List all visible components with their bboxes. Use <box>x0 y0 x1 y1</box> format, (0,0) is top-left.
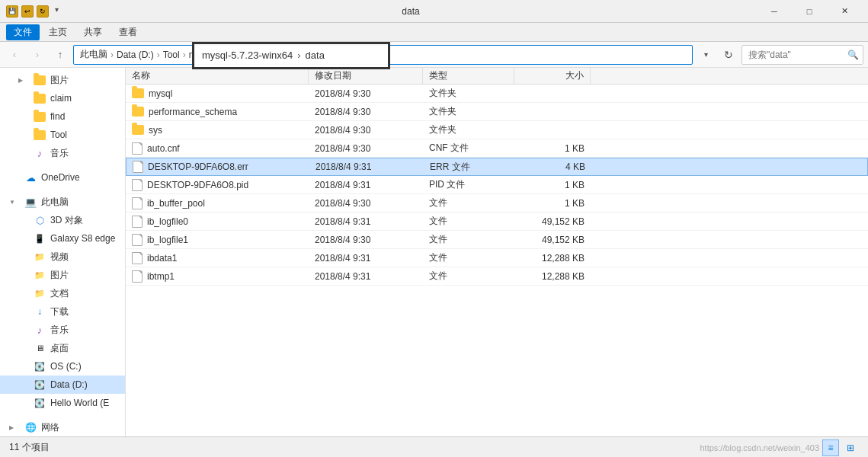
folder-icon <box>132 88 144 98</box>
table-row[interactable]: ibdata1 2018/8/4 9:31 文件 12,288 KB <box>126 249 868 267</box>
file-size-cell: 4 KB <box>515 158 591 176</box>
table-row[interactable]: ib_logfile0 2018/8/4 9:31 文件 49,152 KB <box>126 213 868 231</box>
sidebar-item-downloads[interactable]: ▶ ↓ 下载 <box>0 302 125 321</box>
refresh-button[interactable]: ↻ <box>719 45 738 65</box>
sidebar-item-music-pc[interactable]: ▶ ♪ 音乐 <box>0 321 125 339</box>
title-redo-icon: ↻ <box>37 5 49 18</box>
watermark-text: https://blog.csdn.net/weixin_403 <box>700 443 819 452</box>
file-name-cell: performance_schema <box>126 103 309 121</box>
table-row[interactable]: ib_logfile1 2018/8/4 9:30 文件 49,152 KB <box>126 231 868 249</box>
expander-icon: ▼ <box>9 199 18 206</box>
file-type-cell: 文件 <box>423 231 514 249</box>
details-view-button[interactable]: ≡ <box>822 439 839 456</box>
sidebar-item-this-pc[interactable]: ▼ 💻 此电脑 <box>0 193 125 211</box>
title-save-icon: 💾 <box>6 5 18 18</box>
sidebar-item-pictures-pc[interactable]: ▶ 📁 图片 <box>0 266 125 284</box>
file-date-cell: 2018/8/4 9:30 <box>309 194 423 213</box>
menu-file[interactable]: 文件 <box>6 24 40 40</box>
file-icon <box>132 234 143 246</box>
file-type-cell: 文件夹 <box>423 103 514 121</box>
breadcrumb-mysql[interactable]: mysql-5.7.23-winx64 <box>189 50 273 60</box>
file-date-cell: 2018/8/4 9:30 <box>309 139 423 158</box>
minimize-button[interactable]: ─ <box>757 0 792 23</box>
menu-share[interactable]: 共享 <box>76 24 110 40</box>
table-row[interactable]: sys 2018/8/4 9:30 文件夹 <box>126 121 868 139</box>
nav-forward-button[interactable]: › <box>27 45 47 65</box>
sidebar-item-music-quick[interactable]: ▶ ♪ 音乐 <box>0 144 125 162</box>
file-size-cell <box>514 85 591 103</box>
sidebar-item-pictures-quick[interactable]: ▶ 图片 <box>0 71 125 89</box>
maximize-button[interactable]: □ <box>792 0 827 23</box>
menu-home[interactable]: 主页 <box>41 24 75 40</box>
file-icon <box>132 142 143 155</box>
col-header-size[interactable]: 大小 <box>514 68 591 85</box>
dropdown-arrow-button[interactable]: ▾ <box>696 45 716 65</box>
file-icon <box>132 216 143 228</box>
file-date-cell: 2018/8/4 9:30 <box>309 121 423 139</box>
breadcrumb-data[interactable]: data <box>282 50 299 60</box>
nav-up-button[interactable]: ↑ <box>50 45 70 65</box>
sidebar-item-onedrive[interactable]: ▶ ☁ OneDrive <box>0 168 125 187</box>
sidebar-pc-section: ▼ 💻 此电脑 ▶ ⬡ 3D 对象 ▶ 📱 Galaxy S8 edge ▶ 📁… <box>0 190 125 415</box>
sidebar-item-os-c[interactable]: ▶ 💽 OS (C:) <box>0 357 125 376</box>
sidebar-item-data-d[interactable]: ▶ 💽 Data (D:) <box>0 376 125 394</box>
file-list-header: 名称 修改日期 类型 大小 <box>126 68 868 85</box>
drive-d-icon: 💽 <box>34 379 46 391</box>
table-row[interactable]: ibtmp1 2018/8/4 9:31 文件 12,288 KB <box>126 267 868 286</box>
sidebar-item-claim[interactable]: ▶ claim <box>0 89 125 107</box>
expander-icon: ▶ <box>18 77 27 84</box>
breadcrumb-tool[interactable]: Tool <box>163 50 180 60</box>
col-header-type[interactable]: 类型 <box>423 68 514 85</box>
folder-icon <box>34 74 46 86</box>
table-row[interactable]: mysql 2018/8/4 9:30 文件夹 <box>126 85 868 103</box>
file-size-cell: 1 KB <box>514 139 591 158</box>
col-header-date[interactable]: 修改日期 <box>309 68 423 85</box>
table-row[interactable]: auto.cnf 2018/8/4 9:30 CNF 文件 1 KB <box>126 139 868 158</box>
video-folder-icon: 📁 <box>34 251 46 263</box>
col-header-name[interactable]: 名称 <box>126 68 309 85</box>
documents-folder-icon: 📁 <box>34 287 46 299</box>
drive-e-icon: 💽 <box>34 397 46 409</box>
sidebar-item-network[interactable]: ▶ 🌐 网络 <box>0 418 125 436</box>
sidebar-item-desktop[interactable]: ▶ 🖥 桌面 <box>0 339 125 357</box>
sidebar-item-tool[interactable]: ▶ Tool <box>0 126 125 144</box>
music-icon: ♪ <box>34 147 46 159</box>
breadcrumb-computer[interactable]: 此电脑 <box>80 48 107 61</box>
sidebar-item-hello-world[interactable]: ▶ 💽 Hello World (E <box>0 394 125 412</box>
file-name-cell: ibtmp1 <box>126 267 309 286</box>
sidebar-item-find[interactable]: ▶ find <box>0 107 125 126</box>
sidebar-item-3d-objects[interactable]: ▶ ⬡ 3D 对象 <box>0 211 125 229</box>
window-title: data <box>65 6 757 17</box>
address-bar[interactable]: 此电脑 › Data (D:) › Tool › mysql-5.7.23-wi… <box>73 45 693 65</box>
file-date-cell: 2018/8/4 9:30 <box>309 85 423 103</box>
close-button[interactable]: ✕ <box>827 0 862 23</box>
file-name-cell: ib_logfile1 <box>126 231 309 249</box>
sidebar-onedrive-section: ▶ ☁ OneDrive <box>0 165 125 190</box>
status-right: https://blog.csdn.net/weixin_403 ≡ ⊞ <box>700 439 859 456</box>
network-icon: 🌐 <box>24 421 37 433</box>
search-input[interactable] <box>741 45 863 65</box>
file-icon <box>133 161 143 173</box>
table-row[interactable]: ib_buffer_pool 2018/8/4 9:30 文件 1 KB <box>126 194 868 213</box>
file-size-cell: 1 KB <box>514 176 591 194</box>
breadcrumb-data-d[interactable]: Data (D:) <box>117 50 154 60</box>
menu-view[interactable]: 查看 <box>111 24 145 40</box>
file-type-cell: 文件夹 <box>423 85 514 103</box>
file-size-cell <box>514 103 591 121</box>
file-type-cell: 文件夹 <box>423 121 514 139</box>
file-type-cell: 文件 <box>423 249 514 267</box>
table-row[interactable]: DESKTOP-9DFA6O8.pid 2018/8/4 9:31 PID 文件… <box>126 176 868 194</box>
file-date-cell: 2018/8/4 9:31 <box>309 158 424 176</box>
large-icons-view-button[interactable]: ⊞ <box>842 439 859 456</box>
sidebar-item-documents[interactable]: ▶ 📁 文档 <box>0 284 125 302</box>
file-date-cell: 2018/8/4 9:30 <box>309 231 423 249</box>
music-icon: ♪ <box>34 324 46 336</box>
file-name-cell: DESKTOP-9DFA6O8.pid <box>126 176 309 194</box>
nav-back-button[interactable]: ‹ <box>5 45 24 65</box>
table-row[interactable]: DESKTOP-9DFA6O8.err 2018/8/4 9:31 ERR 文件… <box>126 158 868 176</box>
sidebar-item-galaxy[interactable]: ▶ 📱 Galaxy S8 edge <box>0 229 125 248</box>
file-date-cell: 2018/8/4 9:30 <box>309 103 423 121</box>
sidebar-item-video[interactable]: ▶ 📁 视频 <box>0 248 125 266</box>
sidebar-quick-access: ▶ 图片 ▶ claim ▶ find ▶ Tool ▶ ♪ <box>0 68 125 165</box>
table-row[interactable]: performance_schema 2018/8/4 9:30 文件夹 <box>126 103 868 121</box>
